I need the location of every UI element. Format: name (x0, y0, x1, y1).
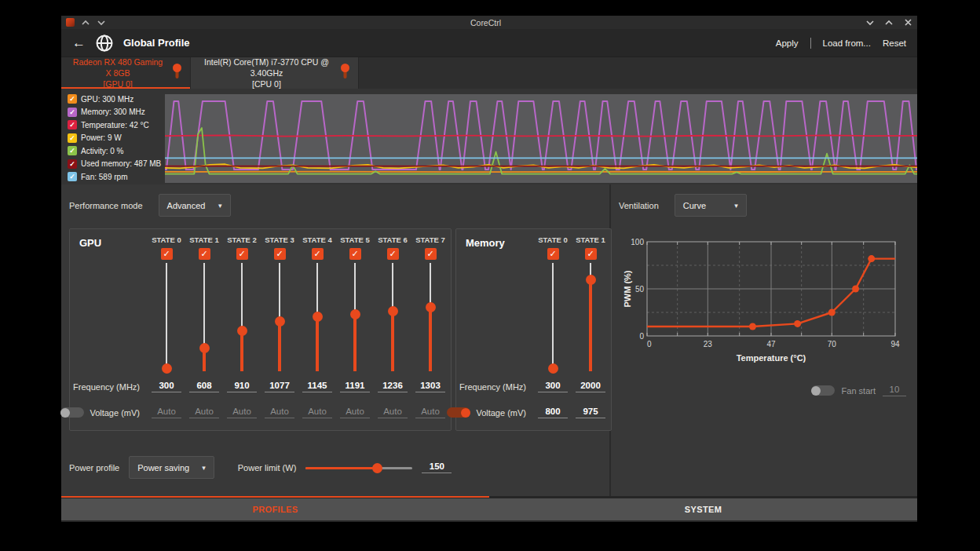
gpu-state-2-header: STATE 2 (223, 235, 261, 260)
memory-panel-title: Memory (459, 235, 534, 249)
gpu-state-1-frequency[interactable]: 608 (189, 381, 219, 392)
gpu-state-3-checkbox[interactable] (274, 248, 286, 260)
memory-state-0-header: STATE 0 (534, 235, 572, 260)
gpu-state-7-frequency[interactable]: 1303 (415, 381, 445, 392)
gpu-state-0-slider[interactable] (161, 263, 172, 371)
gpu-state-6-slider[interactable] (387, 263, 398, 371)
svg-text:50: 50 (635, 285, 645, 294)
tab-gpu0[interactable]: Radeon RX 480 Gaming X 8GB [GPU 0] (61, 57, 191, 89)
gpu-state-3-slider[interactable] (274, 263, 285, 371)
window-title: CoreCtrl (112, 18, 859, 27)
tab-cpu0[interactable]: Intel(R) Core(TM) i7-3770 CPU @ 3.40GHz … (191, 57, 359, 89)
chevron-down-icon: ▾ (218, 202, 222, 210)
gpu-state-7-header: STATE 7 (411, 235, 449, 260)
checkbox-used-memory[interactable] (68, 159, 77, 169)
apply-button[interactable]: Apply (776, 38, 799, 48)
gpu-state-6-checkbox[interactable] (387, 248, 399, 260)
svg-text:94: 94 (890, 340, 900, 348)
gpu-state-0-voltage[interactable]: Auto (152, 407, 181, 418)
gpu-state-2-voltage[interactable]: Auto (227, 407, 257, 418)
close-icon[interactable] (903, 19, 912, 27)
page-title: Global Profile (123, 37, 190, 49)
tab-profiles[interactable]: PROFILES (61, 498, 489, 520)
gpu-state-4-frequency[interactable]: 1145 (302, 381, 332, 392)
fan-start-toggle[interactable] (811, 385, 835, 396)
gpu-state-0-checkbox[interactable] (161, 248, 173, 260)
legend-item-gpu[interactable]: GPU: 300 MHz (68, 94, 160, 104)
gpu-panel-title: GPU (73, 235, 148, 249)
legend-item-fan[interactable]: Fan: 589 rpm (68, 172, 160, 181)
checkbox-memory[interactable] (68, 108, 77, 117)
back-button[interactable]: ← (72, 36, 86, 49)
gpu-state-5-frequency[interactable]: 1191 (340, 381, 370, 392)
checkbox-activity[interactable] (68, 146, 77, 155)
minimize-icon[interactable] (865, 19, 875, 27)
keep-above-icon[interactable] (81, 19, 90, 27)
memory-state-0-voltage[interactable]: 800 (538, 407, 568, 418)
gpu-state-4-slider[interactable] (312, 263, 323, 371)
memory-voltage-toggle[interactable] (447, 407, 470, 418)
legend-item-power[interactable]: Power: 9 W (68, 133, 160, 143)
checkbox-fan[interactable] (68, 172, 77, 181)
gpu-state-7-checkbox[interactable] (425, 248, 437, 260)
gpu-state-2-slider[interactable] (236, 263, 247, 371)
memory-state-0-checkbox[interactable] (547, 248, 559, 260)
gpu-state-1-checkbox[interactable] (199, 248, 210, 260)
gpu-state-4-voltage[interactable]: Auto (302, 407, 332, 418)
monitoring-chart (165, 94, 917, 183)
memory-state-1-header: STATE 1 (572, 235, 609, 260)
corectrl-window: CoreCtrl ← Global Profile Apply (61, 16, 917, 522)
reset-button[interactable]: Reset (883, 38, 906, 48)
svg-text:PWM (%): PWM (%) (623, 270, 632, 307)
sensor-legend: GPU: 300 MHz Memory: 300 MHz Temperature… (61, 89, 165, 184)
gpu-voltage-toggle[interactable] (60, 407, 84, 418)
ventilation-mode-dropdown[interactable]: Curve▾ (675, 194, 747, 217)
gpu-state-3-frequency[interactable]: 1077 (265, 381, 294, 392)
checkbox-temperature[interactable] (68, 120, 77, 130)
legend-item-temperature[interactable]: Temperature: 42 °C (68, 120, 160, 130)
gpu-state-1-slider[interactable] (199, 263, 210, 371)
ventilation-label: Ventilation (619, 201, 659, 210)
keep-below-icon[interactable] (97, 19, 106, 27)
gpu-state-5-slider[interactable] (349, 263, 360, 371)
gpu-state-5-voltage[interactable]: Auto (340, 407, 370, 418)
gpu-state-6-frequency[interactable]: 1236 (378, 381, 408, 392)
gpu-state-2-frequency[interactable]: 910 (227, 381, 257, 392)
checkbox-power[interactable] (68, 133, 77, 143)
svg-text:47: 47 (766, 340, 776, 348)
gpu-state-1-voltage[interactable]: Auto (189, 407, 219, 418)
tab-system[interactable]: SYSTEM (489, 498, 917, 520)
gpu-state-6-voltage[interactable]: Auto (378, 407, 408, 418)
gpu-state-0-frequency[interactable]: 300 (152, 381, 181, 392)
fan-start-value[interactable]: 10 (883, 385, 906, 396)
legend-item-memory[interactable]: Memory: 300 MHz (68, 108, 160, 117)
power-profile-dropdown[interactable]: Power saving▾ (129, 456, 214, 479)
memory-state-1-checkbox[interactable] (585, 248, 597, 260)
gpu-state-7-slider[interactable] (425, 263, 436, 371)
power-limit-slider[interactable] (305, 462, 412, 473)
maximize-icon[interactable] (884, 19, 894, 27)
memory-state-1-frequency[interactable]: 2000 (576, 381, 605, 392)
tab-cpu0-id: [CPU 0] (252, 79, 281, 89)
load-from-button[interactable]: Load from... (823, 38, 871, 48)
header: ← Global Profile Apply Load from... Rese… (61, 29, 917, 57)
gpu-state-2-checkbox[interactable] (236, 248, 248, 260)
fan-curve-chart[interactable]: 023477094050100Temperature (°C)PWM (%) (623, 235, 917, 370)
memory-state-0-slider[interactable] (547, 263, 558, 371)
checkbox-gpu[interactable] (68, 94, 77, 104)
legend-item-activity[interactable]: Activity: 0 % (68, 146, 160, 155)
memory-frequency-label: Frequency (MHz) (459, 382, 534, 392)
gpu-state-7-voltage[interactable]: Auto (415, 407, 445, 418)
performance-mode-label: Performance mode (69, 201, 143, 210)
gpu-state-5-checkbox[interactable] (349, 248, 361, 260)
tab-gpu0-id: [GPU 0] (103, 79, 132, 89)
memory-state-0-frequency[interactable]: 300 (538, 381, 568, 392)
performance-mode-dropdown[interactable]: Advanced▾ (159, 194, 231, 217)
gpu-state-4-checkbox[interactable] (312, 248, 324, 260)
memory-state-1-slider[interactable] (585, 263, 596, 371)
memory-state-1-voltage[interactable]: 975 (576, 407, 605, 418)
legend-item-used-memory[interactable]: Used memory: 487 MB (68, 159, 160, 169)
gpu-state-3-voltage[interactable]: Auto (265, 407, 294, 418)
power-limit-value[interactable]: 150 (422, 462, 452, 473)
svg-text:0: 0 (647, 340, 652, 348)
